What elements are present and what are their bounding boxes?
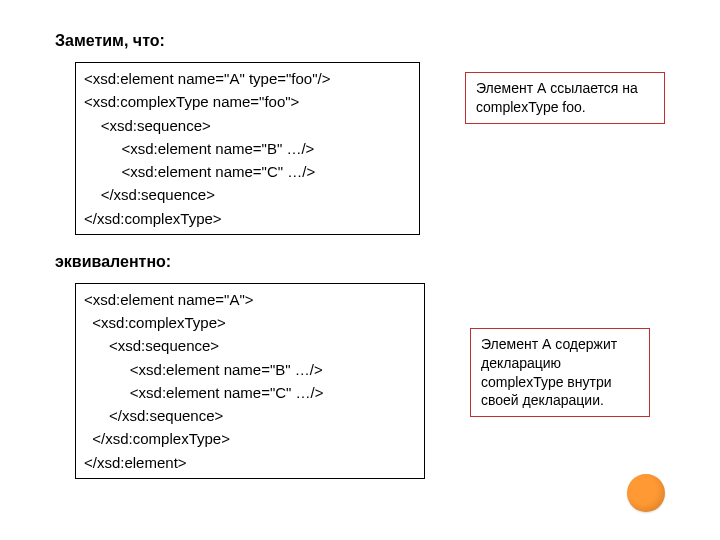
heading-equivalent: эквивалентно:	[55, 253, 665, 271]
code-line: <xsd:sequence>	[84, 114, 411, 137]
code-line: <xsd:element name="C" …/>	[84, 381, 416, 404]
code-line: <xsd:element name="B" …/>	[84, 137, 411, 160]
code-line: <xsd:sequence>	[84, 334, 416, 357]
decorative-dot-icon	[627, 474, 665, 512]
code-line: </xsd:complexType>	[84, 207, 411, 230]
code-line: <xsd:element name="B" …/>	[84, 358, 416, 381]
code-line: <xsd:complexType>	[84, 311, 416, 334]
code-line: <xsd:complexType name="foo">	[84, 90, 411, 113]
code-block-2: <xsd:element name="A"> <xsd:complexType>…	[75, 283, 425, 479]
code-line: </xsd:complexType>	[84, 427, 416, 450]
code-line: <xsd:element name="A" type="foo"/>	[84, 67, 411, 90]
note-box-2: Элемент А содержит декларацию complexTyp…	[470, 328, 650, 418]
code-line: </xsd:sequence>	[84, 404, 416, 427]
heading-note: Заметим, что:	[55, 32, 665, 50]
code-line: </xsd:element>	[84, 451, 416, 474]
note-box-1: Элемент А ссылается на complexType foo.	[465, 72, 665, 124]
code-line: </xsd:sequence>	[84, 183, 411, 206]
row-block-1: <xsd:element name="A" type="foo"/> <xsd:…	[55, 62, 665, 235]
row-block-2: <xsd:element name="A"> <xsd:complexType>…	[55, 283, 665, 479]
code-line: <xsd:element name="A">	[84, 288, 416, 311]
code-block-1: <xsd:element name="A" type="foo"/> <xsd:…	[75, 62, 420, 235]
code-line: <xsd:element name="C" …/>	[84, 160, 411, 183]
